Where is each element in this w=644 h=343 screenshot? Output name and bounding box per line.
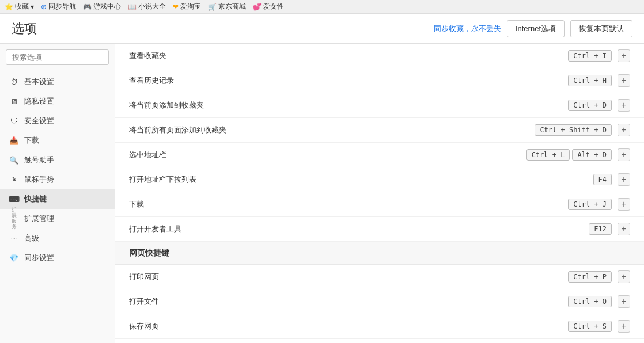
sidebar-label: 基本设置	[24, 77, 54, 87]
sidebar-item-mouse-gesture[interactable]: 🖱 鼠标手势	[0, 170, 115, 189]
shortcut-row-print: 打印网页 Ctrl + P +	[115, 265, 644, 289]
sidebar-item-advanced[interactable]: ···· 高级	[0, 228, 115, 248]
bookmarks-bar: ⭐ 收藏 ▾ ⊕ 同步导航 🎮 游戏中心 📖 小说大全 ❤ 爱淘宝 🛒 京东商城…	[0, 0, 644, 14]
key-badge: Ctrl + P	[568, 271, 612, 283]
add-shortcut-button[interactable]: +	[618, 270, 630, 283]
shortcut-keys: Ctrl + P +	[568, 270, 630, 283]
shortcut-keys: F4 +	[593, 173, 630, 186]
bookmark-label: 京东商城	[218, 2, 246, 12]
shortcut-label: 将当前所有页面添加到收藏夹	[129, 125, 535, 135]
add-shortcut-button[interactable]: +	[618, 198, 630, 211]
shortcut-label: 选中地址栏	[129, 150, 526, 160]
shortcut-keys: Ctrl + J +	[568, 198, 630, 211]
sidebar: ⏱ 基本设置 🖥 隐私设置 🛡 安全设置 📥 下载 🔍 触号助手 🖱 鼠标手势 …	[0, 44, 115, 343]
add-shortcut-button[interactable]: +	[618, 295, 630, 308]
shortcut-keys: Ctrl + D +	[568, 99, 630, 112]
search-icon: 🔍	[9, 155, 18, 165]
sidebar-item-basic[interactable]: ⏱ 基本设置	[0, 72, 115, 92]
page-title: 选项	[12, 20, 37, 37]
shortcut-keys: Ctrl + O +	[568, 295, 630, 308]
sidebar-label: 高级	[24, 233, 39, 243]
search-input[interactable]	[6, 49, 109, 65]
shortcut-keys: Ctrl + L Alt + D +	[526, 148, 630, 161]
shortcut-row-devtools: 打开开发者工具 F12 +	[115, 217, 644, 242]
add-shortcut-button[interactable]: +	[618, 148, 630, 161]
shortcut-label: 打开开发者工具	[129, 224, 589, 234]
main-layout: ⏱ 基本设置 🖥 隐私设置 🛡 安全设置 📥 下载 🔍 触号助手 🖱 鼠标手势 …	[0, 44, 644, 343]
sidebar-item-shortcuts[interactable]: ⌨ 快捷键	[0, 189, 115, 209]
sidebar-item-security[interactable]: 🛡 安全设置	[0, 111, 115, 131]
bookmark-label: 爱淘宝	[180, 2, 201, 12]
novel-icon: 📖	[128, 3, 137, 11]
bookmark-sync-nav[interactable]: ⊕ 同步导航	[41, 2, 76, 12]
diamond-icon: 💎	[9, 253, 18, 262]
key-badge: Ctrl + Shift + D	[535, 124, 612, 136]
shortcut-row-reset-zoom: 将网页内容还原默认大小 Ctrl + 0 Ctrl + NumPad0 +	[115, 339, 644, 343]
key-badge: Ctrl + H	[568, 75, 612, 86]
restore-defaults-button[interactable]: 恢复本页默认	[570, 20, 632, 37]
bookmark-taobao[interactable]: ❤ 爱淘宝	[173, 2, 201, 12]
key-badge: Ctrl + S	[568, 321, 612, 332]
shortcut-row-bookmarks: 查看收藏夹 Ctrl + I +	[115, 44, 644, 68]
dropdown-arrow: ▾	[31, 3, 34, 11]
sidebar-item-privacy[interactable]: 🖥 隐私设置	[0, 92, 115, 111]
shield-icon: 🛡	[9, 116, 18, 125]
sync-icon: ⊕	[41, 3, 47, 11]
add-shortcut-button[interactable]: +	[618, 223, 630, 235]
bookmark-game-center[interactable]: 🎮 游戏中心	[83, 2, 121, 12]
extension-icon: 扩展服务	[9, 214, 18, 223]
shortcut-label: 打开地址栏下拉列表	[129, 174, 593, 185]
sync-link[interactable]: 同步收藏，永不丢失	[434, 24, 501, 34]
female-icon: 💕	[253, 3, 262, 11]
key-badge: F4	[593, 174, 612, 185]
bookmark-favorites[interactable]: ⭐ 收藏 ▾	[5, 2, 34, 12]
bookmark-novel[interactable]: 📖 小说大全	[128, 2, 166, 12]
shortcut-label: 查看历史记录	[129, 75, 568, 86]
bookmark-female[interactable]: 💕 爱女性	[253, 2, 284, 12]
shortcut-row-add-bookmark: 将当前页添加到收藏夹 Ctrl + D +	[115, 93, 644, 118]
add-shortcut-button[interactable]: +	[618, 320, 630, 333]
sidebar-label: 同步设置	[24, 253, 54, 263]
shortcut-label: 查看收藏夹	[129, 51, 568, 61]
key-badge-alt-d: Alt + D	[572, 149, 612, 161]
section-title-webpage: 网页快捷键	[115, 242, 644, 265]
sidebar-item-download[interactable]: 📥 下载	[0, 131, 115, 150]
sidebar-label: 触号助手	[24, 155, 54, 165]
jd-icon: 🛒	[208, 3, 217, 11]
shortcut-label: 下载	[129, 199, 568, 209]
sidebar-item-extensions[interactable]: 扩展服务 扩展管理	[0, 209, 115, 228]
advanced-icon: ····	[9, 234, 18, 243]
bookmark-label: 爱女性	[263, 2, 284, 12]
keyboard-icon: ⌨	[9, 195, 18, 204]
bookmark-label: 同步导航	[48, 2, 76, 12]
add-shortcut-button[interactable]: +	[618, 99, 630, 112]
page-header: 选项 同步收藏，永不丢失 Internet选项 恢复本页默认	[0, 14, 644, 44]
add-shortcut-button[interactable]: +	[618, 124, 630, 136]
shortcut-row-save: 保存网页 Ctrl + S +	[115, 314, 644, 339]
sidebar-label: 隐私设置	[24, 96, 54, 106]
shortcut-label: 打开文件	[129, 296, 568, 307]
bookmark-label: 小说大全	[138, 2, 166, 12]
add-shortcut-button[interactable]: +	[618, 74, 630, 87]
download-icon: 📥	[9, 136, 18, 145]
taobao-icon: ❤	[173, 3, 179, 11]
key-badge: Ctrl + I	[568, 50, 612, 62]
content-area: 查看收藏夹 Ctrl + I + 查看历史记录 Ctrl + H + 将当前页添…	[115, 44, 644, 343]
sidebar-item-sync[interactable]: 💎 同步设置	[0, 248, 115, 268]
star-icon: ⭐	[5, 3, 13, 11]
game-icon: 🎮	[83, 3, 92, 11]
sidebar-label: 快捷键	[24, 194, 47, 204]
shortcut-keys: Ctrl + I +	[568, 49, 630, 62]
shortcut-row-add-all-bookmarks: 将当前所有页面添加到收藏夹 Ctrl + Shift + D +	[115, 118, 644, 143]
sidebar-item-account[interactable]: 🔍 触号助手	[0, 150, 115, 170]
add-shortcut-button[interactable]: +	[618, 173, 630, 186]
shortcut-row-address-bar: 选中地址栏 Ctrl + L Alt + D +	[115, 143, 644, 167]
internet-options-button[interactable]: Internet选项	[507, 20, 565, 37]
bookmark-jd[interactable]: 🛒 京东商城	[208, 2, 246, 12]
add-shortcut-button[interactable]: +	[618, 49, 630, 62]
mouse-icon: 🖱	[9, 175, 18, 184]
shortcut-keys: Ctrl + Shift + D +	[535, 124, 630, 136]
bookmark-label: 游戏中心	[93, 2, 121, 12]
bookmark-label: 收藏	[15, 2, 29, 12]
shortcut-row-open-file: 打开文件 Ctrl + O +	[115, 289, 644, 314]
